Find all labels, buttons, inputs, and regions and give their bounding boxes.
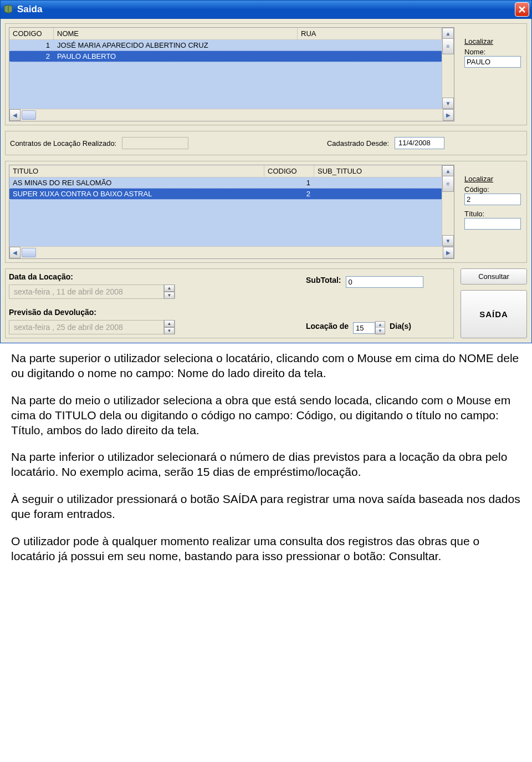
customers-grid[interactable]: CODIGO NOME RUA 1 JOSÉ MARIA APARECIDO A… [9, 27, 454, 121]
col-codigo: CODIGO [9, 28, 54, 39]
customers-hscroll[interactable]: ◀ ▶ [9, 109, 454, 121]
window-titlebar: Saida [0, 0, 532, 19]
subtotal-input[interactable] [346, 276, 423, 288]
dates-panel: Data da Locação: sexta-feira , 11 de abr… [5, 268, 454, 338]
previsao-value: sexta-feira , 25 de abril de 2008 [9, 321, 163, 334]
cadastrado-label: Cadastrado Desde: [327, 139, 389, 148]
scroll-right-icon[interactable]: ▶ [443, 109, 454, 121]
contratos-label: Contratos de Locação Realizado: [10, 139, 116, 148]
data-locacao-label: Data da Locação: [9, 272, 295, 281]
col-nome: NOME [54, 28, 298, 39]
titles-row-selected[interactable]: SUPER XUXA CONTRA O BAIXO ASTRAL 2 [9, 188, 442, 200]
scroll-up-icon[interactable]: ▲ [442, 28, 454, 39]
codigo-input[interactable] [464, 194, 521, 205]
customers-row-selected[interactable]: 2 PAULO ALBERTO [9, 50, 442, 62]
col-subtitulo: SUB_TITULO [314, 165, 442, 177]
data-locacao-field[interactable]: sexta-feira , 11 de abril de 2008 ▲▼ [9, 285, 175, 299]
previsao-field[interactable]: sexta-feira , 25 de abril de 2008 ▲▼ [9, 320, 175, 334]
data-locacao-value: sexta-feira , 11 de abril de 2008 [9, 285, 163, 298]
paragraph: Na parte superior o utilizador seleciona… [11, 351, 521, 381]
cadastrado-value: 11/4/2008 [395, 137, 444, 149]
col-codigo2: CODIGO [264, 165, 314, 177]
instruction-text: Na parte superior o utilizador seleciona… [0, 343, 532, 593]
up-icon[interactable]: ▲ [376, 322, 385, 328]
scroll-thumb[interactable] [22, 110, 36, 120]
nome-label: Nome: [464, 48, 521, 56]
action-buttons: Consultar SAÍDA [461, 268, 527, 338]
consultar-button[interactable]: Consultar [461, 268, 527, 285]
titles-panel: TITULO CODIGO SUB_TITULO AS MINAS DO REI… [5, 161, 527, 263]
customers-panel: CODIGO NOME RUA 1 JOSÉ MARIA APARECIDO A… [5, 23, 527, 125]
localizar-link-2[interactable]: Localizar [464, 175, 493, 183]
locacao-de-label: Locação de [306, 322, 349, 331]
nome-input[interactable] [464, 56, 521, 68]
dias-stepper[interactable]: ▲▼ [353, 321, 385, 334]
contratos-value [122, 137, 188, 149]
info-panel: Contratos de Locação Realizado: Cadastra… [5, 131, 527, 155]
codigo-label: Código: [464, 185, 521, 194]
app-icon [3, 4, 14, 15]
titles-search: Localizar Código: Título: [462, 165, 523, 259]
titles-grid-header: TITULO CODIGO SUB_TITULO [9, 165, 442, 177]
dias-input[interactable] [353, 322, 375, 334]
paragraph: Na parte inferior o utilizador seleciona… [11, 450, 521, 480]
window-title: Saida [17, 4, 42, 15]
dias-label: Dia(s) [390, 322, 411, 331]
scroll-down-icon[interactable]: ▼ [442, 98, 454, 109]
scroll-thumb[interactable]: ≡ [442, 176, 454, 192]
titulo-input[interactable] [464, 218, 521, 230]
titles-grid[interactable]: TITULO CODIGO SUB_TITULO AS MINAS DO REI… [9, 165, 454, 259]
paragraph: À seguir o utilizador pressionará o botã… [11, 492, 521, 522]
scroll-left-icon[interactable]: ◀ [9, 109, 21, 121]
titles-row[interactable]: AS MINAS DO REI SALOMÃO 1 [9, 177, 442, 188]
customers-search: Localizar Nome: [462, 27, 523, 121]
col-titulo: TITULO [9, 165, 264, 177]
subtotal-label: SubTotal: [306, 276, 341, 285]
close-button[interactable] [515, 2, 529, 17]
scroll-up-icon[interactable]: ▲ [442, 165, 454, 176]
scroll-thumb[interactable] [22, 248, 36, 257]
subtotal-column: SubTotal: Locação de ▲▼ Dia(s) [306, 272, 450, 334]
client-area: CODIGO NOME RUA 1 JOSÉ MARIA APARECIDO A… [0, 19, 532, 343]
paragraph: Na parte do meio o utilizador seleciona … [11, 393, 521, 438]
localizar-link[interactable]: Localizar [464, 37, 493, 45]
titulo-label: Título: [464, 210, 521, 218]
scroll-down-icon[interactable]: ▼ [442, 235, 454, 246]
scroll-thumb[interactable]: ≡ [442, 39, 454, 54]
titles-hscroll[interactable]: ◀ ▶ [9, 246, 454, 258]
paragraph: O utilizador pode à qualquer momento rea… [11, 534, 521, 564]
date-spinner[interactable]: ▲▼ [163, 285, 175, 299]
scroll-right-icon[interactable]: ▶ [443, 247, 454, 258]
customers-vscroll[interactable]: ▲ ≡ ▼ [442, 28, 454, 109]
scroll-left-icon[interactable]: ◀ [9, 247, 21, 258]
down-icon[interactable]: ▼ [376, 328, 385, 334]
customers-grid-header: CODIGO NOME RUA [9, 28, 442, 40]
saida-button[interactable]: SAÍDA [461, 290, 527, 338]
previsao-label: Previsão da Devolução: [9, 308, 295, 317]
titles-vscroll[interactable]: ▲ ≡ ▼ [442, 165, 454, 246]
col-rua: RUA [298, 28, 442, 39]
customers-row[interactable]: 1 JOSÉ MARIA APARECIDO ALBERTINO CRUZ [9, 40, 442, 50]
date-spinner[interactable]: ▲▼ [163, 320, 175, 334]
